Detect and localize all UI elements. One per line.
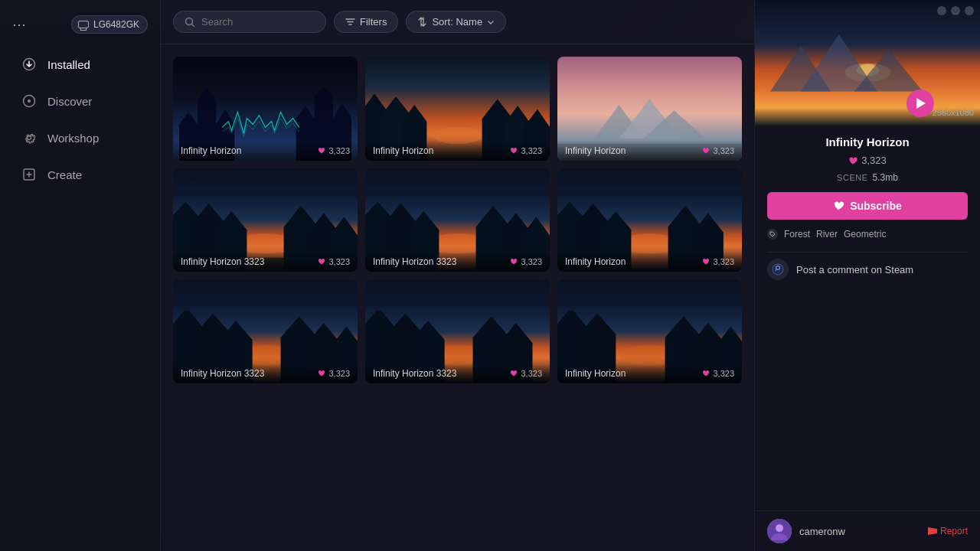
tag-icon — [767, 229, 778, 240]
right-panel: 2560x1080 Infinity Horizon 3,323 SCENE 5… — [754, 0, 980, 551]
filters-button[interactable]: Filters — [334, 11, 398, 33]
table-row[interactable]: Infinity Horizon 3323 3,323 — [365, 279, 550, 383]
card-likes: 3,323 — [318, 257, 350, 266]
card-info: Infinity Horizon 3,323 — [557, 141, 742, 161]
panel-title: Infinity Horizon — [767, 135, 968, 148]
maximize-button[interactable] — [951, 6, 960, 15]
card-likes: 3,323 — [702, 257, 734, 266]
card-title: Infinity Horizon 3323 — [373, 368, 456, 379]
report-flag-icon — [928, 527, 937, 535]
card-likes: 3,323 — [510, 369, 542, 378]
compass-icon — [21, 93, 37, 109]
search-icon — [185, 17, 195, 28]
filters-label: Filters — [360, 16, 387, 28]
sidebar-item-create-label: Create — [47, 168, 82, 181]
sort-icon — [417, 17, 427, 27]
steam-row[interactable]: Post a comment on Steam — [767, 252, 968, 286]
sidebar-item-discover-label: Discover — [47, 95, 92, 108]
panel-scene-size: 5.3mb — [873, 172, 898, 183]
sidebar-item-installed-label: Installed — [47, 58, 90, 71]
heart-icon — [833, 201, 844, 211]
card-likes: 3,323 — [318, 369, 350, 378]
panel-scene-label: SCENE — [837, 173, 867, 182]
wallpaper-grid-container[interactable]: Infinity Horizon 3,323 — [161, 44, 754, 551]
menu-icon[interactable]: ⋯ — [12, 16, 26, 33]
svg-point-2 — [28, 99, 31, 103]
close-button[interactable] — [965, 6, 974, 15]
card-info: Infinity Horizon 3323 3,323 — [365, 364, 550, 383]
report-label: Report — [940, 526, 968, 536]
panel-bottom: cameronw Report — [755, 510, 980, 551]
card-info: Infinity Horizon 3,323 — [173, 141, 358, 161]
sidebar: ⋯ LG6482GK Installed Discov — [0, 0, 161, 551]
report-button[interactable]: Report — [928, 526, 968, 536]
toolbar: Filters Sort: Name — [161, 0, 754, 44]
create-icon — [21, 167, 37, 182]
panel-info: Infinity Horizon 3,323 SCENE 5.3mb Subsc… — [755, 126, 980, 295]
card-likes: 3,323 — [318, 146, 350, 155]
card-info: Infinity Horizon 3,323 — [365, 141, 550, 161]
card-info: Infinity Horizon 3,323 — [557, 252, 742, 272]
sidebar-item-installed[interactable]: Installed — [6, 47, 154, 81]
main-content: Filters Sort: Name — [161, 0, 754, 551]
tags-row: Forest River Geometric — [767, 226, 968, 243]
card-info: Infinity Horizon 3323 3,323 — [173, 252, 358, 272]
sidebar-item-workshop[interactable]: Workshop — [6, 121, 154, 155]
filter-icon — [345, 17, 355, 27]
tag-forest[interactable]: Forest — [784, 229, 810, 240]
wallpaper-grid: Infinity Horizon 3,323 — [173, 57, 742, 383]
tag-geometric[interactable]: Geometric — [844, 229, 886, 240]
card-title: Infinity Horizon — [565, 368, 626, 379]
card-title: Infinity Horizon 3323 — [181, 256, 264, 267]
monitor-icon — [78, 21, 89, 28]
panel-scene-info: SCENE 5.3mb — [767, 172, 968, 183]
card-likes: 3,323 — [510, 146, 542, 155]
svg-point-18 — [776, 524, 783, 532]
card-likes: 3,323 — [510, 257, 542, 266]
avatar — [767, 519, 792, 543]
table-row[interactable]: Infinity Horizon 3,323 — [557, 57, 742, 161]
table-row[interactable]: Infinity Horizon 3,323 — [173, 57, 358, 161]
preview-area: 2560x1080 — [755, 0, 980, 126]
user-badge-label: LG6482GK — [93, 19, 139, 30]
preview-resolution: 2560x1080 — [933, 108, 974, 117]
card-info: Infinity Horizon 3,323 — [557, 364, 742, 383]
user-badge[interactable]: LG6482GK — [71, 15, 148, 34]
sidebar-top: ⋯ LG6482GK — [0, 9, 160, 46]
search-box[interactable] — [173, 11, 326, 33]
panel-likes: 3,323 — [767, 155, 968, 166]
sort-label: Sort: Name — [432, 16, 482, 28]
card-info: Infinity Horizon 3323 3,323 — [365, 252, 550, 272]
sidebar-item-discover[interactable]: Discover — [6, 84, 154, 118]
search-input[interactable] — [201, 16, 301, 28]
subscribe-label: Subscribe — [850, 200, 902, 212]
minimize-button[interactable] — [937, 6, 946, 15]
tag-river[interactable]: River — [816, 229, 838, 240]
subscribe-button[interactable]: Subscribe — [767, 192, 968, 220]
panel-likes-count: 3,323 — [861, 155, 887, 166]
gear-icon — [21, 130, 37, 145]
card-info: Infinity Horizon 3323 3,323 — [173, 364, 358, 383]
card-likes: 3,323 — [702, 369, 734, 378]
sidebar-item-create[interactable]: Create — [6, 158, 154, 191]
card-title: Infinity Horizon 3323 — [373, 256, 456, 267]
table-row[interactable]: Infinity Horizon 3323 3,323 — [365, 168, 550, 272]
card-likes: 3,323 — [702, 146, 734, 155]
card-title: Infinity Horizon — [181, 145, 241, 156]
chevron-down-icon — [487, 18, 495, 26]
sort-button[interactable]: Sort: Name — [406, 11, 506, 33]
card-title: Infinity Horizon — [373, 145, 433, 156]
table-row[interactable]: Infinity Horizon 3,323 — [365, 57, 550, 161]
card-title: Infinity Horizon 3323 — [181, 368, 264, 379]
sidebar-item-workshop-label: Workshop — [47, 132, 99, 145]
card-title: Infinity Horizon — [565, 145, 626, 156]
table-row[interactable]: Infinity Horizon 3323 3,323 — [173, 279, 358, 383]
table-row[interactable]: Infinity Horizon 3,323 — [557, 168, 742, 272]
card-title: Infinity Horizon — [565, 256, 626, 267]
steam-label: Post a comment on Steam — [796, 264, 913, 276]
table-row[interactable]: Infinity Horizon 3,323 — [557, 279, 742, 383]
download-icon — [21, 57, 37, 72]
user-name: cameronw — [799, 526, 920, 537]
table-row[interactable]: Infinity Horizon 3323 3,323 — [173, 168, 358, 272]
steam-icon — [767, 259, 789, 280]
